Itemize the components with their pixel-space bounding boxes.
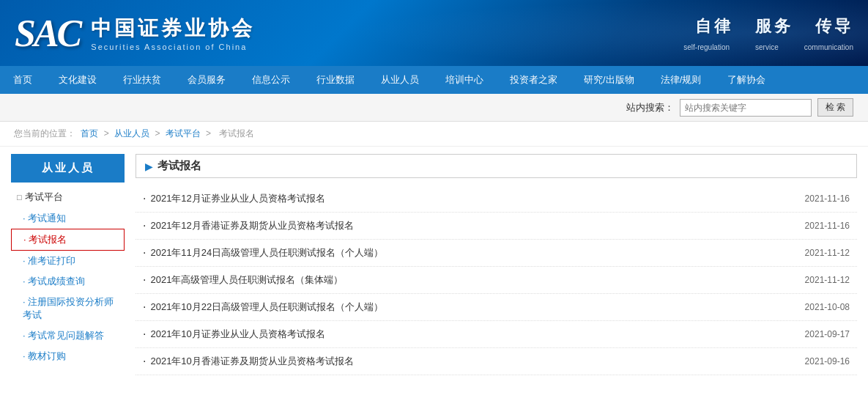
minus-icon: □	[17, 193, 22, 202]
sidebar-group-exam-platform[interactable]: □ 考试平台	[11, 186, 125, 208]
search-label: 站内搜索：	[626, 101, 674, 114]
search-button[interactable]: 检 索	[817, 98, 853, 117]
list-item-link-3[interactable]: 2021年高级管理人员任职测试报名（集体端）	[150, 273, 343, 287]
list-item: · 2021年11月24日高级管理人员任职测试报名（个人端） 2021-11-1…	[136, 240, 857, 267]
list-item-date-3: 2021-11-12	[805, 275, 850, 285]
list-item-left: · 2021年高级管理人员任职测试报名（集体端）	[143, 273, 343, 287]
breadcrumb-home[interactable]: 首页	[81, 128, 98, 139]
list-dot-icon: ·	[143, 328, 146, 341]
nav-info[interactable]: 信息公示	[239, 66, 303, 94]
content-list: · 2021年12月证券业从业人员资格考试报名 2021-11-16 · 202…	[136, 185, 857, 375]
slogan-en-1: self-regulation	[683, 43, 730, 51]
logo-cn: 中国证券业协会	[91, 15, 255, 43]
main-content: 从业人员 □ 考试平台 考试通知 考试报名 准考证打印 考试成绩查询 注册国际投…	[0, 147, 868, 383]
list-item-link-0[interactable]: 2021年12月证券业从业人员资格考试报名	[150, 192, 324, 205]
list-item: · 2021年12月香港证券及期货从业员资格考试报名 2021-11-16	[136, 213, 857, 240]
list-item-left: · 2021年12月证券业从业人员资格考试报名	[143, 192, 325, 205]
breadcrumb-sep2: >	[155, 128, 162, 139]
list-item-date-4: 2021-10-08	[805, 302, 850, 312]
sidebar-group-label: 考试平台	[25, 191, 63, 204]
sidebar-item-score[interactable]: 考试成绩查询	[11, 271, 125, 292]
nav-bar: 首页 文化建设 行业扶贫 会员服务 信息公示 行业数据 从业人员 培训中心 投资…	[0, 66, 868, 94]
nav-culture[interactable]: 文化建设	[45, 66, 110, 94]
nav-research[interactable]: 研究/出版物	[571, 66, 648, 94]
nav-law[interactable]: 法律/规则	[648, 66, 715, 94]
nav-data[interactable]: 行业数据	[303, 66, 368, 94]
section-triangle-icon: ▶	[145, 161, 153, 172]
breadcrumb-exam-reg: 考试报名	[219, 128, 254, 139]
list-dot-icon: ·	[143, 192, 146, 205]
sidebar-item-admission[interactable]: 准考证打印	[11, 251, 125, 271]
sidebar-item-ciia[interactable]: 注册国际投资分析师考试	[11, 292, 125, 325]
list-item-date-6: 2021-09-16	[805, 356, 850, 366]
sidebar-item-faq[interactable]: 考试常见问题解答	[11, 325, 125, 346]
nav-member[interactable]: 会员服务	[174, 66, 239, 94]
logo-sac: SAC	[15, 12, 80, 55]
sidebar-item-exam-notice[interactable]: 考试通知	[11, 208, 125, 229]
list-dot-icon: ·	[143, 246, 146, 259]
list-item-date-0: 2021-11-16	[805, 194, 850, 204]
breadcrumb-label: 您当前的位置：	[14, 128, 75, 139]
sidebar-item-exam-reg[interactable]: 考试报名	[11, 229, 125, 251]
header: SAC 中国证券业协会 Securities Association of Ch…	[0, 0, 868, 66]
logo-text: 中国证券业协会 Securities Association of China	[91, 15, 255, 51]
list-item-left: · 2021年10月证券业从业人员资格考试报名	[143, 328, 325, 341]
breadcrumb: 您当前的位置： 首页 > 从业人员 > 考试平台 > 考试报名	[0, 122, 868, 147]
list-item: · 2021年高级管理人员任职测试报名（集体端） 2021-11-12	[136, 267, 857, 294]
list-dot-icon: ·	[143, 273, 146, 287]
content-area: ▶ 考试报名 · 2021年12月证券业从业人员资格考试报名 2021-11-1…	[136, 154, 857, 375]
list-item-left: · 2021年10月22日高级管理人员任职测试报名（个人端）	[143, 301, 383, 314]
nav-home[interactable]: 首页	[0, 66, 45, 94]
slogan-en-row: self-regulation service communication	[683, 43, 853, 51]
logo-area: SAC 中国证券业协会 Securities Association of Ch…	[15, 12, 255, 55]
list-item-left: · 2021年10月香港证券及期货从业员资格考试报名	[143, 355, 354, 368]
search-input[interactable]	[680, 99, 812, 117]
slogan-en-2: service	[755, 43, 779, 51]
nav-industry[interactable]: 行业扶贫	[110, 66, 174, 94]
list-item: · 2021年10月证券业从业人员资格考试报名 2021-09-17	[136, 321, 857, 348]
list-item-left: · 2021年11月24日高级管理人员任职测试报名（个人端）	[143, 246, 383, 259]
logo-en: Securities Association of China	[91, 43, 255, 51]
list-item-link-1[interactable]: 2021年12月香港证券及期货从业员资格考试报名	[150, 219, 353, 232]
slogan-zilu: 自律	[695, 15, 733, 37]
slogan-chuandao: 传导	[815, 15, 853, 37]
breadcrumb-practitioner[interactable]: 从业人员	[114, 128, 149, 139]
nav-training[interactable]: 培训中心	[432, 66, 497, 94]
nav-about[interactable]: 了解协会	[714, 66, 779, 94]
section-title: 考试报名	[157, 159, 201, 173]
list-item-link-2[interactable]: 2021年11月24日高级管理人员任职测试报名（个人端）	[150, 246, 383, 259]
header-slogans: 自律 服务 传导	[695, 15, 853, 37]
slogan-en-3: communication	[804, 43, 853, 51]
list-item-date-5: 2021-09-17	[805, 329, 850, 339]
list-item-left: · 2021年12月香港证券及期货从业员资格考试报名	[143, 219, 354, 232]
sidebar-item-textbook[interactable]: 教材订购	[11, 346, 125, 366]
list-item: · 2021年12月证券业从业人员资格考试报名 2021-11-16	[136, 185, 857, 213]
list-item-link-4[interactable]: 2021年10月22日高级管理人员任职测试报名（个人端）	[150, 301, 383, 314]
list-item: · 2021年10月22日高级管理人员任职测试报名（个人端） 2021-10-0…	[136, 294, 857, 321]
breadcrumb-sep3: >	[206, 128, 213, 139]
breadcrumb-sep1: >	[104, 128, 111, 139]
list-item-date-2: 2021-11-12	[805, 248, 850, 258]
header-right: 自律 服务 传导 self-regulation service communi…	[683, 15, 853, 51]
slogan-fuwu: 服务	[755, 15, 793, 37]
list-item: · 2021年10月香港证券及期货从业员资格考试报名 2021-09-16	[136, 348, 857, 375]
list-dot-icon: ·	[143, 219, 146, 232]
list-dot-icon: ·	[143, 301, 146, 314]
sidebar: 从业人员 □ 考试平台 考试通知 考试报名 准考证打印 考试成绩查询 注册国际投…	[11, 154, 125, 375]
list-dot-icon: ·	[143, 355, 146, 368]
sidebar-title: 从业人员	[11, 154, 125, 183]
content-title-bar: ▶ 考试报名	[136, 154, 857, 178]
search-bar: 站内搜索： 检 索	[0, 94, 868, 122]
breadcrumb-exam-platform[interactable]: 考试平台	[166, 128, 201, 139]
list-item-date-1: 2021-11-16	[805, 221, 850, 231]
list-item-link-5[interactable]: 2021年10月证券业从业人员资格考试报名	[150, 328, 324, 341]
list-item-link-6[interactable]: 2021年10月香港证券及期货从业员资格考试报名	[150, 355, 353, 368]
nav-practitioner[interactable]: 从业人员	[368, 66, 432, 94]
nav-investor[interactable]: 投资者之家	[497, 66, 571, 94]
